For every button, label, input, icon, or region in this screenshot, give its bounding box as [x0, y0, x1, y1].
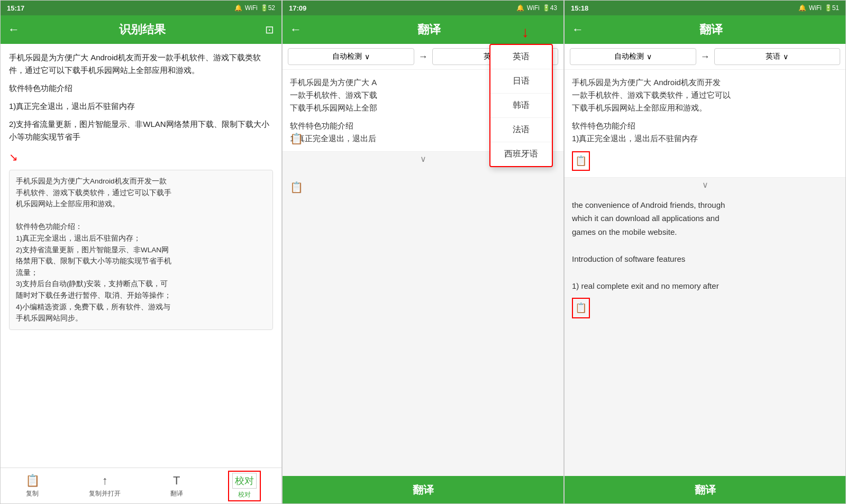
status-bar-2: 17:09 🔔 WiFi 🔋43 — [283, 1, 563, 15]
status-bar-3: 15:18 🔔 WiFi 🔋51 — [565, 1, 845, 15]
wifi-icon: WiFi — [245, 4, 258, 12]
ocr-line10: 3)支持后台自动(静默)安装，支持断点下载，可 — [16, 280, 168, 288]
nav-proofread-label: 校对 — [238, 490, 251, 499]
nav-copy-label: 复制 — [26, 489, 39, 498]
output-area-3: the convenience of Android friends, thro… — [565, 192, 845, 476]
output-placeholder-2 — [283, 166, 563, 179]
source-text-line1-3: 手机乐园是为方便广大 Android机友而开发 — [572, 76, 838, 89]
screen-3: 15:18 🔔 WiFi 🔋51 ← 翻译 自动检测 ∨ → 英语 ∨ — [564, 0, 846, 504]
dropdown-item-english[interactable]: 英语 — [490, 45, 552, 69]
source-text-area-3[interactable]: 手机乐园是为方便广大 Android机友而开发 一款手机软件、游戏下载类软件，通… — [565, 70, 845, 178]
lang-to-label-3: 英语 — [766, 52, 780, 61]
time-3: 15:18 — [571, 4, 588, 12]
source-para2-3: 软件特色功能介绍 — [572, 120, 838, 132]
share-icon: ↑ — [102, 474, 108, 488]
copy-icon-input-2[interactable]: 📋 — [290, 130, 303, 147]
status-icons-1: 🔔 WiFi 🔋52 — [234, 4, 275, 12]
wifi-icon-2: WiFi — [527, 4, 540, 12]
ocr-text-block: 手机乐园是为方便广大Android机友而开发一款 手机软件、游戏下载类软件，通过… — [9, 170, 273, 330]
lang-arrow-3: → — [701, 51, 710, 62]
lang-to-selector-3[interactable]: 英语 ∨ — [714, 48, 841, 65]
nav-copy[interactable]: 📋 复制 — [21, 472, 44, 500]
copy-icon-input-3[interactable]: 📋 — [572, 151, 590, 171]
language-dropdown: 英语 日语 韩语 法语 西班牙语 — [489, 44, 553, 167]
ocr-line7: 2)支持省流量更新，图片智能显示、非WLAN网 — [16, 246, 169, 254]
ocr-line6: 1)真正完全退出，退出后不驻留内存； — [16, 234, 141, 242]
ocr-line1: 手机乐园是为方便广大Android机友而开发一款 — [16, 177, 167, 185]
lang-from-label-2: 自动检测 — [332, 52, 362, 61]
red-arrow-1: ↘ — [9, 149, 18, 166]
dropdown-item-korean[interactable]: 韩语 — [490, 94, 552, 118]
copy-icon-output-2: 📋 — [283, 179, 563, 196]
paragraph-3: 1)真正完全退出，退出后不驻留内存 — [9, 100, 273, 113]
status-icons-2: 🔔 WiFi 🔋43 — [516, 4, 557, 12]
nav-proofread[interactable]: 校对 校对 — [228, 471, 261, 501]
bottom-nav-1: 📋 复制 ↑ 复制并打开 T 翻译 校对 校对 — [1, 468, 281, 503]
copy-icon: 📋 — [25, 474, 40, 488]
ocr-line8: 络禁用下载、限制下载大小等功能实现节省手机 — [16, 257, 171, 265]
red-arrow-dropdown: ↓ — [522, 24, 529, 41]
battery-icon-3: 🔋51 — [824, 4, 839, 12]
copy-icon-output-3[interactable]: 📋 — [572, 298, 590, 318]
translate-button-2[interactable]: 翻译 — [283, 476, 563, 503]
lang-from-selector-3[interactable]: 自动检测 ∨ — [570, 48, 696, 65]
output-line5: Introduction of software features — [572, 252, 838, 266]
screen3-title: 翻译 — [584, 22, 838, 38]
paragraph-2: 软件特色功能介绍 — [9, 82, 273, 95]
battery-icon-1: 🔋52 — [260, 4, 275, 12]
dropdown-item-japanese[interactable]: 日语 — [490, 69, 552, 94]
nav-copy-open-label: 复制并打开 — [89, 489, 121, 498]
output-line7: 1) real complete exit and no memory afte… — [572, 279, 838, 293]
screen1-title: 识别结果 — [20, 22, 265, 38]
back-button-1[interactable]: ← — [8, 23, 20, 36]
nav-translate[interactable]: T 翻译 — [166, 472, 187, 500]
source-text-line3-3: 下载手机乐园网站上全部应用和游戏。 — [572, 102, 838, 114]
lang-arrow-2: → — [419, 51, 428, 62]
dropdown-item-french[interactable]: 法语 — [490, 118, 552, 142]
nav-copy-open[interactable]: ↑ 复制并打开 — [85, 472, 125, 500]
source-para3-3: 1)真正完全退出，退出后不驻留内存 — [572, 132, 838, 145]
expand-icon-3[interactable]: ∨ — [565, 178, 845, 192]
lang-from-selector-2[interactable]: 自动检测 ∨ — [288, 48, 414, 65]
translate-icon: T — [173, 474, 180, 488]
output-line1: the convenience of Android friends, thro… — [572, 198, 838, 212]
proofread-icon: 校对 — [232, 473, 257, 489]
time-1: 15:17 — [7, 4, 24, 12]
ocr-line12: 4)小编精选资源，免费下载，所有软件、游戏与 — [16, 303, 170, 311]
paragraph-4: 2)支持省流量更新，图片智能显示、非WLAN网络禁用下载、限制下载大小小等功能实… — [9, 118, 273, 143]
screen2-title: 翻译 — [302, 22, 556, 38]
nav-translate-label: 翻译 — [170, 489, 183, 498]
translate-button-3[interactable]: 翻译 — [565, 476, 845, 503]
notification-icon-2: 🔔 — [516, 4, 524, 12]
translate-header-3: 自动检测 ∨ → 英语 ∨ — [565, 44, 845, 70]
battery-icon-2: 🔋43 — [542, 4, 557, 12]
chevron-down-icon-to-3: ∨ — [783, 52, 788, 61]
lang-from-label-3: 自动检测 — [614, 52, 644, 61]
ocr-line9: 流量； — [16, 269, 38, 277]
source-text-line2-3: 一款手机软件、游戏下载类软件，通过它可以 — [572, 89, 838, 102]
screen-1: 15:17 🔔 WiFi 🔋52 ← 识别结果 ⊡ 手机乐园是为方便广大 And… — [0, 0, 282, 504]
notification-icon: 🔔 — [234, 4, 242, 12]
output-line2: which it can download all applications a… — [572, 212, 838, 225]
copy-icon-input-3-container: 📋 — [572, 149, 838, 171]
ocr-line3: 机乐园网站上全部应用和游戏。 — [16, 200, 120, 208]
back-button-3[interactable]: ← — [572, 23, 584, 36]
chevron-down-icon-2: ∨ — [365, 52, 370, 61]
back-button-2[interactable]: ← — [290, 23, 302, 36]
time-2: 17:09 — [289, 4, 306, 12]
ocr-line11: 随时对下载任务进行暂停、取消、开始等操作； — [16, 291, 171, 299]
chevron-down-icon-3: ∨ — [647, 52, 652, 61]
output-area-2: 📋 — [283, 166, 563, 476]
dropdown-item-spanish[interactable]: 西班牙语 — [490, 142, 552, 166]
ocr-line5: 软件特色功能介绍： — [16, 223, 83, 231]
wifi-icon-3: WiFi — [809, 4, 822, 12]
app-bar-1: ← 识别结果 ⊡ — [1, 15, 281, 44]
ocr-line2: 手机软件、游戏下载类软件，通过它可以下载手 — [16, 189, 171, 197]
status-bar-1: 15:17 🔔 WiFi 🔋52 — [1, 1, 281, 15]
content-area-1: 手机乐园是为方便广大 Android机友而开发一款手机软件、游戏下载类软件，通过… — [1, 44, 281, 468]
notification-icon-3: 🔔 — [798, 4, 806, 12]
scan-icon-1[interactable]: ⊡ — [265, 23, 274, 36]
ocr-arrow-container: ↘ — [9, 149, 273, 166]
output-line3: games on the mobile website. — [572, 225, 838, 239]
paragraph-1: 手机乐园是为方便广大 Android机友而开发一款手机软件、游戏下载类软件，通过… — [9, 51, 273, 77]
